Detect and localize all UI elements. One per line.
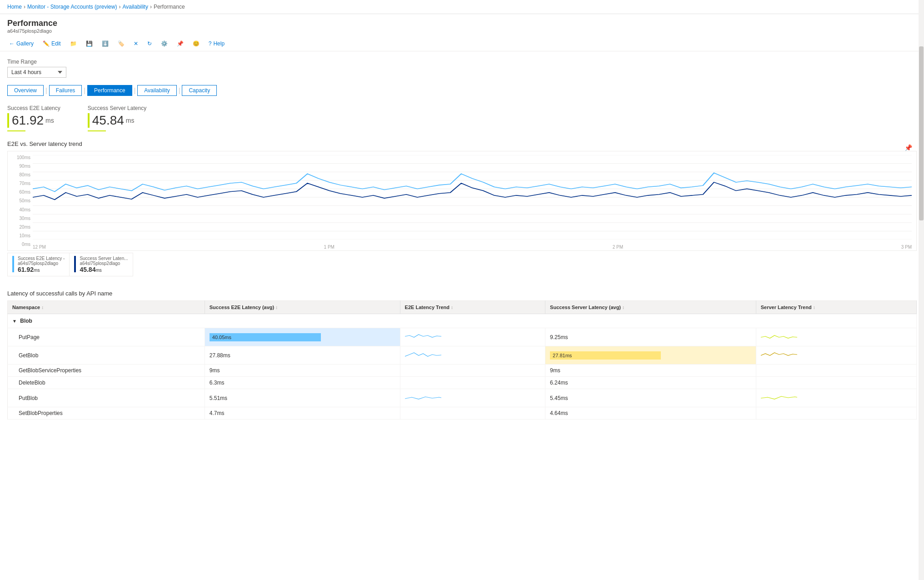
server-line [33, 182, 912, 200]
latency-table: Namespace ↕ Success E2E Latency (avg) ↕ … [7, 300, 917, 420]
main-content: Time Range Last 4 hours Last 1 hour Last… [0, 51, 924, 580]
y-label-10: 10ms [9, 233, 30, 238]
tab-capacity[interactable]: Capacity [182, 85, 217, 96]
close-x-button[interactable]: ✕ [132, 39, 140, 48]
group-blob-label: Blob [20, 318, 32, 324]
cell-server-trend [756, 365, 916, 377]
chart-legend: Success E2E Latency - a64sl75plosp2dlago… [7, 253, 917, 276]
legend-e2e-bar [12, 256, 14, 272]
server-sparkline [761, 392, 797, 403]
metric-server-unit: ms [126, 117, 135, 124]
metric-server-latency: Success Server Latency 45.84 ms [88, 105, 146, 131]
legend-e2e-value: 61.92ms [18, 266, 65, 273]
page-title: Performance [7, 19, 917, 28]
x-label-12pm: 12 PM [33, 245, 46, 250]
tag-icon: 🏷️ [118, 40, 125, 47]
folder-icon: 📁 [70, 40, 77, 47]
refresh-icon: ↻ [147, 40, 152, 47]
y-label-80: 80ms [9, 172, 30, 177]
refresh-button[interactable]: ↻ [145, 39, 154, 48]
cell-server-trend [756, 407, 916, 420]
cell-server-latency: 4.64ms [545, 407, 756, 420]
y-label-30: 30ms [9, 216, 30, 221]
chart-pin-icon[interactable]: 📌 [904, 144, 912, 151]
y-label-90: 90ms [9, 164, 30, 169]
metric-e2e-value: 61.92 [12, 113, 44, 128]
chart-title: E2E vs. Server latency trend [7, 140, 917, 147]
folder-button[interactable]: 📁 [68, 39, 79, 48]
breadcrumb-monitor[interactable]: Monitor - Storage Accounts (preview) [27, 4, 117, 10]
cell-e2e-latency: 5.51ms [205, 389, 400, 407]
cell-e2e-trend [400, 328, 545, 346]
tag-button[interactable]: 🏷️ [116, 39, 126, 48]
y-label-70: 70ms [9, 181, 30, 186]
edit-button[interactable]: ✏️ Edit [41, 39, 63, 48]
breadcrumb-home[interactable]: Home [7, 4, 22, 10]
tab-availability[interactable]: Availability [137, 85, 176, 96]
cell-namespace: SetBlobProperties [8, 407, 205, 420]
time-range-label: Time Range [7, 59, 917, 65]
breadcrumb: Home › Monitor - Storage Accounts (previ… [0, 0, 924, 14]
table-row: SetBlobProperties 4.7ms 4.64ms [8, 407, 917, 420]
metric-server-label: Success Server Latency [88, 105, 146, 111]
metric-e2e-label: Success E2E Latency [7, 105, 60, 111]
cell-namespace: PutPage [8, 328, 205, 346]
cell-server-trend [756, 346, 916, 365]
x-label-2pm: 2 PM [613, 245, 623, 250]
save-button[interactable]: 💾 [84, 39, 95, 48]
tab-overview[interactable]: Overview [7, 85, 44, 96]
legend-e2e-label: Success E2E Latency - [18, 256, 65, 261]
chart-svg [33, 155, 912, 240]
server-sparkline [761, 349, 797, 360]
cell-e2e-trend [400, 346, 545, 365]
chart-section: E2E vs. Server latency trend 📌 100ms 90m… [7, 140, 917, 276]
col-e2e-trend: E2E Latency Trend ↕ [400, 301, 545, 314]
table-row: DeleteBlob 6.3ms 6.24ms [8, 377, 917, 389]
gallery-button[interactable]: ← Gallery [7, 39, 35, 48]
scrollbar[interactable] [919, 0, 924, 580]
e2e-sparkline [405, 331, 441, 342]
legend-server: Success Server Laten... a64sl75plosp2dla… [70, 253, 133, 276]
pin-button[interactable]: 📌 [175, 39, 185, 48]
breadcrumb-availability[interactable]: Availability [122, 4, 148, 10]
metrics-row: Success E2E Latency 61.92 ms Success Ser… [7, 105, 917, 131]
table-row: GetBlobServiceProperties 9ms 9ms [8, 365, 917, 377]
arrow-left-icon: ← [9, 40, 15, 47]
metric-server-value: 45.84 [92, 113, 124, 128]
cell-e2e-latency: 9ms [205, 365, 400, 377]
page-subtitle: a64sl75plosp2dlago [7, 28, 917, 34]
emoji-button[interactable]: 😊 [191, 39, 201, 48]
download-button[interactable]: ⬇️ [100, 39, 110, 48]
cell-e2e-latency: 27.88ms [205, 346, 400, 365]
metric-e2e-latency: Success E2E Latency 61.92 ms [7, 105, 60, 131]
time-range-select[interactable]: Last 4 hours Last 1 hour Last 12 hours L… [7, 67, 66, 78]
page-header: Performance a64sl75plosp2dlago [0, 14, 924, 36]
cell-e2e-latency: 4.7ms [205, 407, 400, 420]
tab-failures[interactable]: Failures [49, 85, 82, 96]
help-button[interactable]: ? Help [207, 39, 226, 48]
tab-performance[interactable]: Performance [87, 85, 132, 96]
toolbar: ← Gallery ✏️ Edit 📁 💾 ⬇️ 🏷️ ✕ ↻ ⚙️ 📌 😊 ?… [0, 36, 924, 51]
x-icon: ✕ [134, 40, 138, 47]
col-server-trend: Server Latency Trend ↕ [756, 301, 916, 314]
cell-e2e-trend [400, 407, 545, 420]
pin-icon: 📌 [177, 40, 184, 47]
metric-server-underline [88, 130, 106, 131]
col-e2e-latency: Success E2E Latency (avg) ↕ [205, 301, 400, 314]
metric-e2e-unit: ms [45, 117, 54, 124]
cell-e2e-trend [400, 389, 545, 407]
settings-button[interactable]: ⚙️ [159, 39, 170, 48]
x-label-3pm: 3 PM [901, 245, 912, 250]
col-server-latency: Success Server Latency (avg) ↕ [545, 301, 756, 314]
table-row: PutBlob 5.51ms 5.45ms [8, 389, 917, 407]
cell-namespace: DeleteBlob [8, 377, 205, 389]
legend-e2e: Success E2E Latency - a64sl75plosp2dlago… [7, 253, 70, 276]
server-sparkline [761, 331, 797, 342]
scrollbar-thumb[interactable] [919, 46, 924, 220]
time-range-section: Time Range Last 4 hours Last 1 hour Last… [7, 59, 917, 78]
legend-server-bar [74, 256, 76, 272]
legend-e2e-sublabel: a64sl75plosp2dlago [18, 261, 65, 266]
cell-server-latency: 27.81ms [545, 346, 756, 365]
edit-icon: ✏️ [43, 40, 50, 47]
e2e-sparkline [405, 349, 441, 360]
